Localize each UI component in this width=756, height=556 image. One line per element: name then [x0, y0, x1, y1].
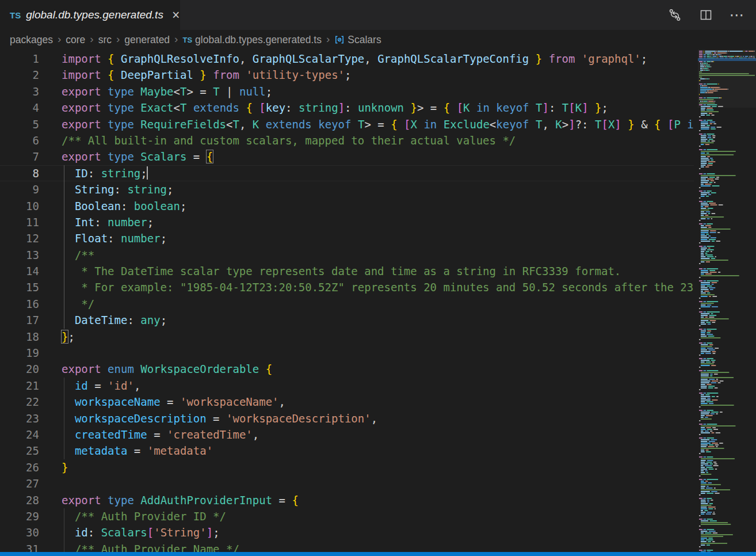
indent-guide [64, 198, 64, 214]
code-line-24[interactable]: 24 createdTime = 'createdTime', [0, 426, 694, 443]
code-line-5[interactable]: 5export type RequireFields<T, K extends … [0, 116, 694, 132]
code-text: createdTime = 'createdTime', [62, 426, 259, 443]
chevron-right-icon: › [326, 33, 330, 45]
line-number: 29 [0, 508, 39, 524]
line-number: 24 [0, 426, 39, 443]
code-line-7[interactable]: 7export type Scalars = { [0, 148, 694, 165]
line-number: 20 [0, 361, 39, 377]
code-line-8[interactable]: 8 ID: string; [0, 165, 694, 181]
code-text: Float: number; [62, 230, 167, 246]
breadcrumb-item-core[interactable]: core [66, 34, 85, 46]
line-number: 26 [0, 459, 39, 475]
code-text: export type Maybe<T> = T | null; [62, 83, 272, 100]
line-number: 10 [0, 198, 39, 214]
code-text: id: Scalars['String']; [62, 524, 220, 540]
chevron-right-icon: › [174, 33, 178, 45]
code-line-6[interactable]: 6/** All built-in and custom scalars, ma… [0, 132, 694, 148]
indent-guide [64, 263, 64, 279]
close-icon[interactable]: × [172, 9, 180, 22]
code-line-2[interactable]: 2import { DeepPartial } from 'utility-ty… [0, 67, 694, 83]
code-line-9[interactable]: 9 String: string; [0, 181, 694, 197]
line-number: 23 [0, 410, 39, 426]
code-line-23[interactable]: 23 workspaceDescription = 'workspaceDesc… [0, 410, 694, 426]
code-text: export type RequireFields<T, K extends k… [62, 116, 694, 132]
code-line-14[interactable]: 14 * The DateTime scalar type represents… [0, 263, 694, 279]
line-number: 16 [0, 296, 39, 312]
code-text: workspaceName = 'workspaceName', [62, 394, 285, 410]
code-line-27[interactable]: 27 [0, 475, 694, 492]
more-actions-icon[interactable]: ⋯ [728, 6, 746, 24]
code-text: metadata = 'metadata' [62, 443, 213, 459]
tab-global-db-types-generated[interactable]: TS global.db.types.generated.ts × [0, 0, 180, 30]
code-line-30[interactable]: 30 id: Scalars['String']; [0, 524, 694, 540]
chevron-right-icon: › [116, 33, 120, 45]
breadcrumb-label: Scalars [348, 34, 381, 46]
code-line-29[interactable]: 29 /** Auth Provider ID */ [0, 508, 694, 524]
breadcrumb: packages›core›src›generated›TSglobal.db.… [0, 30, 756, 49]
code-line-3[interactable]: 3export type Maybe<T> = T | null; [0, 83, 694, 100]
breadcrumb-item-global-db-types-generated-ts[interactable]: TSglobal.db.types.generated.ts [182, 34, 322, 46]
indent-guide [64, 443, 64, 459]
breadcrumb-label: src [98, 34, 112, 46]
breadcrumb-item-generated[interactable]: generated [124, 34, 170, 46]
code-line-21[interactable]: 21 id = 'id', [0, 378, 694, 394]
vscode-editor-window: TS global.db.types.generated.ts × [0, 0, 756, 556]
breadcrumb-item-src[interactable]: src [98, 34, 112, 46]
indent-guide [64, 279, 64, 295]
line-number: 3 [0, 83, 39, 100]
symbol-misc-icon [334, 35, 345, 45]
code-area[interactable]: 1import { GraphQLResolveInfo, GraphQLSca… [0, 49, 694, 556]
breadcrumb-item-packages[interactable]: packages [10, 34, 53, 46]
code-line-18[interactable]: 18}; [0, 329, 694, 345]
line-number: 9 [0, 181, 39, 197]
minimap[interactable] [698, 49, 756, 552]
split-editor-icon[interactable] [697, 6, 715, 24]
code-text: /** [62, 247, 94, 263]
code-line-26[interactable]: 26} [0, 459, 694, 475]
indent-guide [64, 312, 64, 328]
code-text: * For example: "1985-04-12T23:20:50.52Z"… [62, 279, 694, 295]
code-text: */ [62, 296, 94, 312]
code-line-1[interactable]: 1import { GraphQLResolveInfo, GraphQLSca… [0, 51, 694, 67]
chevron-right-icon: › [90, 33, 93, 45]
code-line-13[interactable]: 13 /** [0, 247, 694, 263]
line-number: 12 [0, 230, 39, 246]
code-line-22[interactable]: 22 workspaceName = 'workspaceName', [0, 394, 694, 410]
code-line-4[interactable]: 4export type Exact<T extends { [key: str… [0, 100, 694, 116]
indent-guide [64, 426, 64, 443]
chevron-right-icon: › [58, 33, 61, 45]
indent-guide [64, 394, 64, 410]
line-number: 7 [0, 148, 39, 165]
code-text: import { DeepPartial } from 'utility-typ… [62, 67, 351, 83]
indent-guide [64, 230, 64, 246]
code-line-11[interactable]: 11 Int: number; [0, 214, 694, 230]
tab-label: global.db.types.generated.ts [26, 9, 163, 21]
code-text: DateTime: any; [62, 312, 167, 328]
typescript-file-icon: TS [10, 10, 21, 20]
code-line-20[interactable]: 20export enum WorkspaceOrderable { [0, 361, 694, 377]
code-text: Boolean: boolean; [62, 198, 186, 214]
code-line-19[interactable]: 19 [0, 345, 694, 361]
code-text: export enum WorkspaceOrderable { [62, 361, 272, 377]
code-line-16[interactable]: 16 */ [0, 296, 694, 312]
code-line-12[interactable]: 12 Float: number; [0, 230, 694, 246]
line-number: 1 [0, 51, 39, 67]
line-number: 4 [0, 100, 39, 116]
compare-changes-icon[interactable] [666, 6, 684, 24]
line-number: 22 [0, 394, 39, 410]
code-line-15[interactable]: 15 * For example: "1985-04-12T23:20:50.5… [0, 279, 694, 295]
code-text: /** Auth Provider ID */ [62, 508, 226, 524]
code-line-10[interactable]: 10 Boolean: boolean; [0, 198, 694, 214]
code-line-25[interactable]: 25 metadata = 'metadata' [0, 443, 694, 459]
indent-guide [64, 181, 64, 197]
breadcrumb-item-scalars[interactable]: Scalars [334, 34, 381, 46]
code-text: * The DateTime scalar type represents da… [62, 263, 621, 279]
line-number: 2 [0, 67, 39, 83]
code-text: export type Exact<T extends { [key: stri… [62, 100, 608, 116]
indent-guide [64, 165, 64, 181]
code-line-28[interactable]: 28export type AddAuthProviderInput = { [0, 492, 694, 508]
indent-guide [64, 524, 64, 540]
code-text: /** All built-in and custom scalars, map… [62, 132, 516, 148]
code-line-17[interactable]: 17 DateTime: any; [0, 312, 694, 328]
text-cursor [147, 166, 148, 180]
